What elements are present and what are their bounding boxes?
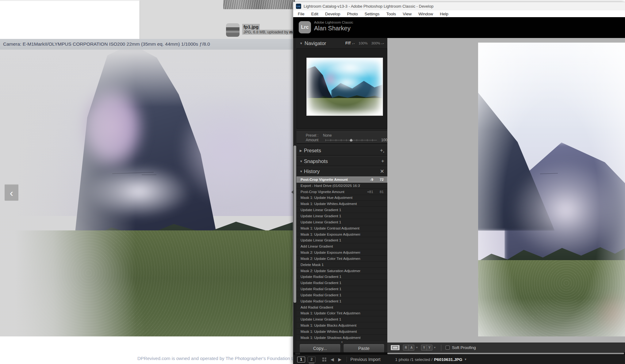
panel-scrollbar[interactable]: [293, 146, 296, 303]
history-step-row[interactable]: Export - Hard Drive (01/02/2025 16:37:12…: [297, 183, 387, 189]
previous-photo-arrow-icon[interactable]: ◀: [331, 357, 334, 362]
history-step-row[interactable]: Add Radial Gradient: [297, 304, 387, 310]
history-step-row[interactable]: Update Radial Gradient 1: [297, 298, 387, 304]
history-step-row[interactable]: Update Radial Gradient 1: [297, 286, 387, 292]
filmstrip-cap: [293, 352, 625, 355]
before-after-left: R: [403, 345, 408, 350]
menu-item[interactable]: Settings: [361, 11, 383, 17]
loupe-view-button[interactable]: [390, 345, 400, 351]
copy-button[interactable]: Copy...: [299, 344, 341, 352]
history-step-row[interactable]: Mask 1: Update Hue Adjustment: [297, 195, 387, 201]
history-step-row[interactable]: Mask 1: Update Blacks Adjustment: [297, 322, 387, 328]
bottombar-separator: [347, 357, 347, 362]
history-step-row[interactable]: Add Linear Gradient: [297, 243, 387, 249]
history-step-label: Mask 2: Update Exposure Adjustment: [301, 250, 360, 255]
history-step-row[interactable]: Mask 1: Update Whites Adjustment: [297, 201, 387, 207]
post-image-strip: [223, 0, 295, 9]
menu-item[interactable]: Help: [436, 11, 452, 17]
history-step-row[interactable]: Delete Mask 1: [297, 262, 387, 268]
zoom-300-button[interactable]: 300%▲▼: [371, 41, 384, 45]
history-step-row[interactable]: Mask 1: Update Exposure Adjustment: [297, 231, 387, 237]
history-step-label: Post-Crop Vignette Amount: [301, 190, 360, 194]
chevron-down-icon[interactable]: ▼: [416, 346, 418, 349]
history-step-row[interactable]: Mask 1: Update Shadows Adjustment: [297, 335, 387, 341]
zoom-100-button[interactable]: 100%: [359, 41, 367, 45]
history-step-row[interactable]: Post-Crop Vignette Amount +81 81: [297, 189, 387, 195]
filmstrip-grip[interactable]: [296, 353, 300, 355]
add-snapshot-button[interactable]: +: [381, 158, 384, 164]
snapshots-header[interactable]: ▼ Snapshots +: [297, 157, 387, 166]
menu-item[interactable]: File: [294, 11, 308, 17]
chevron-down-icon[interactable]: ▼: [464, 358, 467, 361]
panel-collapse-arrow[interactable]: [291, 190, 294, 194]
soft-proofing-checkbox[interactable]: [446, 346, 450, 350]
soft-proofing-label: Soft Proofing: [452, 345, 476, 350]
before-after-lr-button[interactable]: R A: [403, 345, 414, 351]
identity-plate: Lrc Adobe Lightroom Classic Alan Sharkey: [293, 17, 625, 38]
panel-edge-ridges: [293, 39, 296, 145]
paste-button[interactable]: Paste: [343, 344, 385, 352]
history-header[interactable]: ▼ History ✕: [297, 167, 387, 176]
source-label[interactable]: Previous Import: [351, 357, 381, 362]
history-step-row[interactable]: Update Linear Gradient 1: [297, 237, 387, 243]
history-step-row[interactable]: Mask 2: Update Color Tint Adjustment: [297, 256, 387, 262]
navigator-title: Navigator: [305, 40, 345, 46]
previous-image-button[interactable]: ‹: [5, 184, 18, 201]
history-step-label: Mask 1: Update Blacks Adjustment: [301, 323, 360, 328]
history-step-row[interactable]: Update Radial Gradient 1: [297, 274, 387, 280]
history-step-row[interactable]: Update Linear Gradient 1: [297, 219, 387, 225]
history-step-row[interactable]: Mask 1: Update Contrast Adjustment: [297, 225, 387, 231]
history-step-label: Mask 1: Update Shadows Adjustment: [301, 336, 360, 340]
history-step-row[interactable]: Update Radial Gradient 1: [297, 280, 387, 286]
history-step-row[interactable]: Update Linear Gradient 1: [297, 207, 387, 213]
menu-item[interactable]: Tools: [383, 11, 400, 17]
filmstrip-bar: 1 2 ◀ ▶ Previous Import 1 photo /1 selec…: [293, 355, 625, 364]
history-step-row[interactable]: Mask 1: Update Whites Adjustment: [297, 328, 387, 335]
menu-item[interactable]: Develop: [322, 11, 344, 17]
history-step-value: 81: [373, 190, 384, 194]
second-window-button[interactable]: 2: [308, 357, 316, 362]
history-step-label: Mask 2: Update Saturation Adjustment: [301, 269, 360, 273]
menu-item[interactable]: Photo: [344, 11, 361, 17]
history-step-row[interactable]: Update Linear Gradient 1: [297, 316, 387, 322]
history-step-row[interactable]: Mask 2: Update Exposure Adjustment: [297, 249, 387, 256]
chevron-left-icon: ‹: [10, 187, 13, 199]
navigator-preview-image[interactable]: [306, 58, 383, 116]
before-after-tb-button[interactable]: Y Y: [421, 345, 432, 351]
main-window-button[interactable]: 1: [297, 357, 305, 362]
history-step-label: Update Linear Gradient 1: [301, 214, 360, 218]
history-step-label: Mask 1: Update Contrast Adjustment: [301, 226, 360, 230]
chevron-down-icon[interactable]: ▼: [434, 346, 436, 349]
history-step-label: Update Linear Gradient 1: [301, 238, 360, 242]
history-step-row[interactable]: Mask 2: Update Saturation Adjustment: [297, 268, 387, 274]
preset-value[interactable]: None: [323, 133, 332, 138]
snapshots-title: Snapshots: [304, 158, 381, 164]
develop-canvas-image[interactable]: [478, 43, 625, 336]
navigator-header[interactable]: ▼ Navigator FIT▲▼ 100% 300%▲▼: [297, 38, 387, 48]
history-step-row[interactable]: Mask 1: Update Color Tint Adjustment: [297, 310, 387, 317]
amount-slider[interactable]: [325, 138, 377, 142]
file-thumbnail[interactable]: [226, 23, 240, 37]
presets-header[interactable]: ▶ Presets +▾: [297, 146, 387, 155]
menu-item[interactable]: Edit: [308, 11, 322, 17]
history-step-row[interactable]: Update Radial Gradient 1: [297, 292, 387, 298]
history-step-row[interactable]: Post-Crop Vignette Amount -9 72: [297, 176, 387, 183]
grid-view-icon[interactable]: [322, 358, 326, 362]
collapse-triangle-icon: ▼: [300, 170, 304, 173]
filmstrip-scrollbar[interactable]: [387, 353, 624, 354]
selection-status: 1 photo /1 selected /: [395, 357, 433, 362]
history-step-label: Update Radial Gradient 1: [301, 293, 360, 297]
file-title[interactable]: fp1.jpg: [242, 24, 260, 30]
add-preset-button[interactable]: +▾: [380, 147, 384, 154]
photo-viewer-image[interactable]: [0, 50, 295, 336]
history-step-row[interactable]: Update Linear Gradient 1: [297, 213, 387, 219]
history-step-label: Update Radial Gradient 1: [301, 281, 360, 285]
next-photo-arrow-icon[interactable]: ▶: [338, 357, 342, 362]
menu-item[interactable]: Window: [415, 11, 436, 17]
clear-history-button[interactable]: ✕: [380, 168, 384, 175]
current-filename[interactable]: P6010631.JPG: [434, 357, 462, 362]
menu-item[interactable]: View: [399, 11, 415, 17]
zoom-fit-button[interactable]: FIT▲▼: [345, 41, 355, 45]
panel-resize-grip[interactable]: ▼: [297, 341, 387, 343]
toolbar-separator: [441, 345, 441, 351]
